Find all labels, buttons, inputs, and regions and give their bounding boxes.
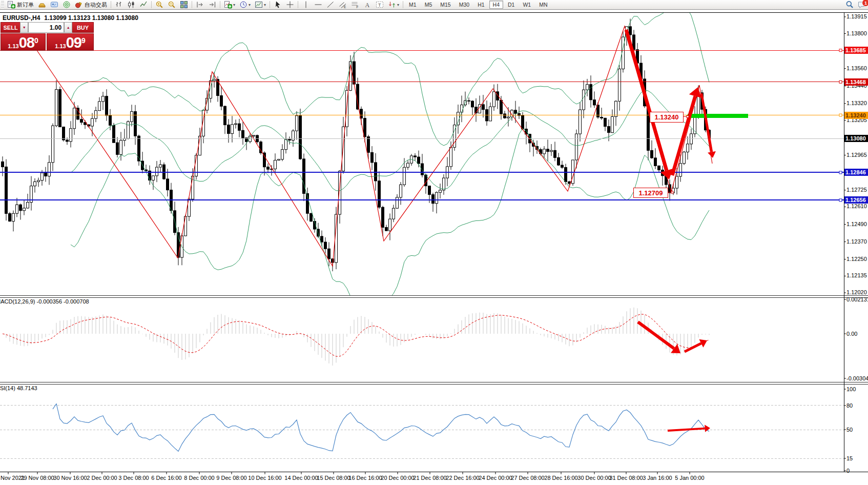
- timeframe-m5-button[interactable]: M5: [421, 1, 436, 9]
- candle: [242, 130, 244, 138]
- trend-arrow[interactable]: [638, 322, 674, 349]
- timeframe-m1-button[interactable]: M1: [405, 1, 420, 9]
- timeframe-m30-button[interactable]: M30: [456, 1, 473, 9]
- time-axis-label: 9 Dec 08:00: [216, 475, 246, 481]
- line-anchor-square[interactable]: [839, 114, 842, 116]
- zoom-in-button[interactable]: [154, 0, 165, 9]
- timeframe-d1-button[interactable]: D1: [504, 1, 518, 9]
- bar-chart-button[interactable]: [113, 0, 125, 9]
- line-anchor-square[interactable]: [839, 80, 842, 83]
- volume-decrease-button[interactable]: ▼: [20, 22, 28, 33]
- candle: [278, 159, 280, 160]
- new-order-button[interactable]: 新订单: [6, 0, 35, 9]
- tile-windows-button[interactable]: [178, 0, 190, 9]
- signals-button[interactable]: [61, 0, 72, 9]
- price-annotation-label[interactable]: 1.12709: [633, 188, 668, 198]
- candle: [102, 96, 105, 102]
- candlestick-chart-button[interactable]: [126, 0, 137, 9]
- chart-window: EURUSD-,H41.13099 1.13123 1.13080 1.1308…: [0, 9, 868, 485]
- volume-increase-button[interactable]: ▲: [64, 22, 72, 33]
- candle: [231, 125, 234, 134]
- candle: [238, 124, 241, 130]
- text-label-button[interactable]: T: [374, 0, 385, 9]
- new-order-icon: [7, 1, 15, 9]
- sell-price[interactable]: 1.13 08 0: [1, 33, 46, 51]
- timeframe-w1-button[interactable]: W1: [519, 1, 534, 9]
- zigzag-indicator-line: [32, 26, 712, 266]
- trend-arrow[interactable]: [668, 429, 705, 431]
- crosshair-button[interactable]: [284, 0, 296, 9]
- price-axis-label: 1.12135: [846, 272, 867, 278]
- indicators-button[interactable]: ▾: [222, 0, 237, 9]
- trendline-button[interactable]: [325, 0, 336, 9]
- text-button[interactable]: A: [362, 0, 373, 9]
- candle: [575, 134, 578, 160]
- price-axis-label: 1.13915: [846, 13, 867, 19]
- horizontal-line-button[interactable]: [313, 0, 324, 9]
- line-anchor-square[interactable]: [839, 49, 842, 52]
- arrows-button[interactable]: ▾: [386, 0, 401, 9]
- templates-button[interactable]: ▾: [253, 0, 267, 9]
- time-axis-label: 24 Dec 00:00: [479, 475, 512, 481]
- line-anchor-square[interactable]: [839, 171, 842, 174]
- candle: [493, 92, 495, 107]
- candle: [45, 173, 47, 176]
- buy-button[interactable]: BUY: [72, 22, 94, 33]
- timeframe-toolbar: M1M5M15M30H1H4D1W1MN: [405, 0, 551, 9]
- candle: [572, 160, 574, 184]
- toolbar-grip[interactable]: [1, 1, 4, 8]
- community-button[interactable]: [49, 0, 60, 9]
- market-gold-button[interactable]: [36, 0, 48, 9]
- candle: [267, 167, 270, 170]
- price-annotation-label[interactable]: 1.13240: [650, 112, 684, 123]
- candle: [392, 208, 395, 219]
- auto-scroll-button[interactable]: [206, 0, 218, 9]
- chart-area[interactable]: [0, 9, 868, 485]
- candle: [522, 115, 524, 129]
- rsi-axis-label: 0: [846, 468, 850, 474]
- price-axis-badge: 1.12656: [844, 196, 868, 204]
- line-chart-button[interactable]: [138, 0, 149, 9]
- periods-button[interactable]: ▾: [238, 0, 252, 9]
- candle: [654, 158, 657, 166]
- macd-indicator-label: MACD(12,26,9) -0.000356 -0.000708: [0, 298, 89, 305]
- green-target-bar[interactable]: [688, 114, 748, 118]
- community-icon: [50, 1, 58, 9]
- main-price-pane: [2, 9, 713, 301]
- trend-arrow[interactable]: [626, 30, 667, 171]
- candle: [375, 163, 377, 181]
- timeframe-h4-button[interactable]: H4: [489, 1, 503, 9]
- cursor-button[interactable]: [272, 0, 283, 9]
- volume-input[interactable]: [28, 22, 64, 33]
- zoom-in-icon: [155, 1, 163, 9]
- notification-badge: 1: [862, 0, 868, 7]
- price-axis-label: 1.12370: [846, 238, 867, 245]
- candle: [658, 166, 660, 170]
- candle: [428, 186, 431, 195]
- candle: [389, 219, 391, 231]
- search-icon: [845, 1, 854, 9]
- candle: [378, 181, 381, 207]
- main-toolbar: 新订单自动交易▾▾▾EFAT▾ M1M5M15M30H1H4D1W1MN 1: [0, 0, 868, 10]
- candle: [687, 144, 689, 152]
- timeframe-h1-button[interactable]: H1: [474, 1, 488, 9]
- vertical-line-button[interactable]: [300, 0, 312, 9]
- candle: [611, 116, 614, 132]
- fibonacci-button[interactable]: F: [349, 0, 361, 9]
- timeframe-mn-button[interactable]: MN: [535, 1, 551, 9]
- candle: [2, 161, 4, 167]
- candle: [565, 168, 567, 182]
- search-button[interactable]: [844, 0, 855, 9]
- auto-trading-button[interactable]: 自动交易: [73, 0, 109, 9]
- price-axis-badge: 1.13240: [844, 112, 868, 119]
- candle: [235, 124, 237, 125]
- toolbar-buttons: 新订单自动交易▾▾▾EFAT▾: [5, 0, 405, 9]
- notifications-button[interactable]: 1: [856, 0, 867, 9]
- buy-price[interactable]: 1.13 09 9: [47, 33, 94, 51]
- line-anchor-square[interactable]: [839, 199, 842, 201]
- zoom-out-button[interactable]: [166, 0, 177, 9]
- timeframe-m15-button[interactable]: M15: [437, 1, 454, 9]
- chart-shift-button[interactable]: [194, 0, 205, 9]
- sell-button[interactable]: SELL: [1, 22, 20, 33]
- equidistant-channel-button[interactable]: E: [337, 0, 348, 9]
